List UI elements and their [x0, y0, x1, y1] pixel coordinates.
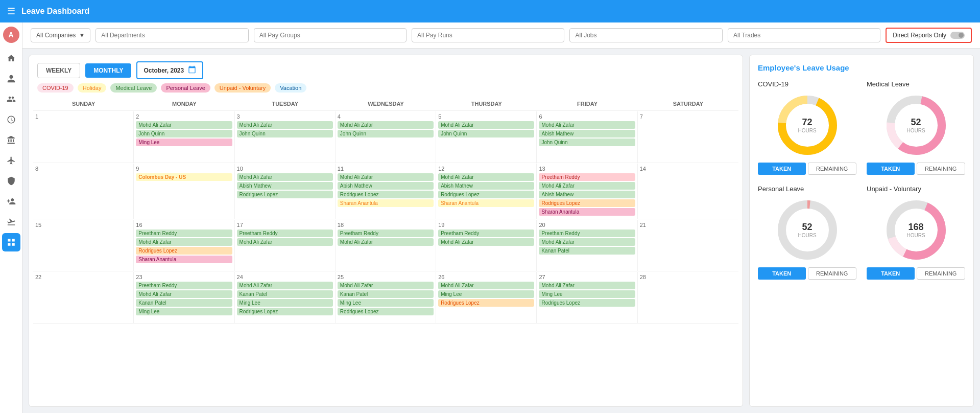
companies-filter[interactable]: All Companies ▼ [31, 28, 90, 42]
pay-runs-filter[interactable] [412, 28, 564, 42]
cal-cell-22[interactable]: 22 [33, 272, 134, 323]
event: Rodrigues Lopez [136, 247, 232, 255]
cal-cell-26[interactable]: 26 Mohd Ali Zafar Ming Lee Rodrigues Lop… [436, 272, 537, 323]
event: Rodrigues Lopez [539, 199, 635, 207]
pay-groups-filter[interactable] [254, 28, 407, 42]
event: Mohd Ali Zafar [237, 282, 333, 289]
sidebar-icon-grid[interactable] [2, 233, 20, 251]
donut-personal: 52 HOURS [758, 197, 856, 263]
cal-cell-7[interactable]: 7 [638, 111, 738, 163]
event: Ming Lee [136, 308, 232, 315]
filter-bar: All Companies ▼ Direct Reports Only [22, 22, 980, 49]
cal-cell-16[interactable]: 16 Preetham Reddy Mohd Ali Zafar Rodrigu… [134, 220, 234, 271]
cal-cell-5[interactable]: 5 Mohd Ali Zafar John Quinn [436, 111, 537, 163]
legend-vacation[interactable]: Vacation [275, 83, 306, 93]
toggle-switch-icon[interactable] [950, 32, 965, 39]
sidebar-icon-plane[interactable] [2, 151, 20, 170]
cal-cell-9[interactable]: 9 Colombus Day - US [134, 164, 234, 219]
event: John Quinn [338, 130, 434, 137]
event: Preetham Reddy [338, 230, 434, 237]
event: Rodrigues Lopez [338, 191, 434, 198]
cal-cell-18[interactable]: 18 Preetham Reddy Mohd Ali Zafar [336, 220, 436, 271]
cal-cell-24[interactable]: 24 Mohd Ali Zafar Kanan Patel Ming Lee R… [235, 272, 336, 323]
sidebar-icon-home[interactable] [2, 49, 20, 67]
cal-cell-23[interactable]: 23 Preetham Reddy Mohd Ali Zafar Kanan P… [134, 272, 234, 323]
donut-center-unpaid: 168 HOURS [906, 222, 925, 238]
cal-cell-3[interactable]: 3 Mohd Ali Zafar John Quinn [235, 111, 336, 163]
chart-buttons-unpaid: TAKEN REMAINING [867, 267, 965, 280]
day-header-thu: THURSDAY [436, 98, 537, 110]
event: Sharan Anantula [438, 199, 534, 207]
day-header-mon: MONDAY [134, 98, 234, 110]
cal-cell-15[interactable]: 15 [33, 220, 134, 271]
cal-cell-27[interactable]: 27 Mohd Ali Zafar Ming Lee Rodrigues Lop… [537, 272, 637, 323]
event: Ming Lee [338, 299, 434, 307]
chart-unpaid: Unpaid - Voluntary 168 HOURS [867, 185, 965, 280]
cal-cell-11[interactable]: 11 Mohd Ali Zafar Abish Mathew Rodrigues… [336, 164, 436, 219]
taken-button-unpaid[interactable]: TAKEN [867, 267, 915, 280]
chart-label-unpaid: Unpaid - Voluntary [867, 185, 965, 193]
sidebar-icon-shield[interactable] [2, 172, 20, 190]
cal-cell-21[interactable]: 21 [638, 220, 738, 271]
cal-cell-28[interactable]: 28 [638, 272, 738, 323]
weekly-button[interactable]: WEEKLY [37, 63, 80, 78]
event: Mohd Ali Zafar [237, 238, 333, 246]
cal-cell-13[interactable]: 13 Preetham Reddy Mohd Ali Zafar Abish M… [537, 164, 637, 219]
remaining-button-covid19[interactable]: REMAINING [808, 163, 857, 175]
cal-cell-20[interactable]: 20 Preetham Reddy Mohd Ali Zafar Kanan P… [537, 220, 637, 271]
sidebar-icon-person[interactable] [2, 70, 20, 88]
event: Abish Mathew [539, 191, 635, 198]
day-header-fri: FRIDAY [537, 98, 637, 110]
cal-cell-25[interactable]: 25 Mohd Ali Zafar Kanan Patel Ming Lee R… [336, 272, 436, 323]
taken-button-covid19[interactable]: TAKEN [758, 163, 806, 175]
event: Mohd Ali Zafar [338, 173, 434, 181]
cal-cell-14[interactable]: 14 [638, 164, 738, 219]
cal-cell-17[interactable]: 17 Preetham Reddy Mohd Ali Zafar [235, 220, 336, 271]
jobs-filter[interactable] [569, 28, 722, 42]
monthly-button[interactable]: MONTHLY [85, 63, 131, 78]
event: Mohd Ali Zafar [539, 282, 635, 289]
sidebar-icon-bank[interactable] [2, 131, 20, 149]
chart-buttons-medical: TAKEN REMAINING [867, 163, 965, 175]
event: Mohd Ali Zafar [539, 238, 635, 246]
legend-unpaid[interactable]: Unpaid - Voluntary [214, 83, 271, 93]
legend-covid19[interactable]: COVID-19 [37, 83, 74, 93]
donut-center-personal: 52 HOURS [798, 222, 816, 238]
cal-cell-8[interactable]: 8 [33, 164, 134, 219]
event: Ming Lee [438, 290, 534, 298]
sidebar-icon-clock[interactable] [2, 110, 20, 129]
sidebar-icon-flight-takeoff[interactable] [2, 213, 20, 231]
remaining-button-unpaid[interactable]: REMAINING [917, 267, 966, 280]
cal-cell-10[interactable]: 10 Mohd Ali Zafar Abish Mathew Rodrigues… [235, 164, 336, 219]
chart-hours-personal: 52 [802, 222, 812, 233]
cal-cell-1[interactable]: 1 [33, 111, 134, 163]
sidebar-icon-person-add[interactable] [2, 192, 20, 211]
legend-holiday[interactable]: Holiday [78, 83, 107, 93]
calendar-header: WEEKLY MONTHLY October, 2023 [29, 55, 743, 83]
event: Mohd Ali Zafar [136, 121, 232, 129]
legend-medical[interactable]: Medical Leave [110, 83, 157, 93]
chart-hours-medical: 52 [911, 117, 921, 128]
remaining-button-personal[interactable]: REMAINING [808, 267, 857, 280]
cal-cell-12[interactable]: 12 Mohd Ali Zafar Abish Mathew Rodrigues… [436, 164, 537, 219]
departments-filter[interactable] [95, 28, 248, 42]
calendar-weeks: 1 2 Mohd Ali Zafar John Quinn Ming Lee 3… [33, 111, 738, 324]
date-picker[interactable]: October, 2023 [136, 61, 203, 79]
avatar[interactable]: A [3, 27, 19, 43]
legend-personal[interactable]: Personal Leave [161, 83, 210, 93]
right-panel: Employee's Leave Usage COVID-19 [749, 55, 974, 407]
sidebar-icon-people[interactable] [2, 90, 20, 108]
cal-cell-4[interactable]: 4 Mohd Ali Zafar John Quinn [336, 111, 436, 163]
cal-cell-6[interactable]: 6 Mohd Ali Zafar Abish Mathew John Quinn [537, 111, 637, 163]
cal-cell-19[interactable]: 19 Preetham Reddy Mohd Ali Zafar [436, 220, 537, 271]
chart-label-medical: Medical Leave [867, 80, 965, 88]
event: Mohd Ali Zafar [438, 238, 534, 246]
hamburger-icon[interactable]: ☰ [7, 6, 15, 17]
remaining-button-medical[interactable]: REMAINING [917, 163, 966, 175]
direct-reports-toggle[interactable]: Direct Reports Only [886, 28, 972, 43]
taken-button-personal[interactable]: TAKEN [758, 267, 806, 280]
trades-filter[interactable] [728, 28, 880, 42]
event: Preetham Reddy [539, 173, 635, 181]
cal-cell-2[interactable]: 2 Mohd Ali Zafar John Quinn Ming Lee [134, 111, 234, 163]
taken-button-medical[interactable]: TAKEN [867, 163, 915, 175]
